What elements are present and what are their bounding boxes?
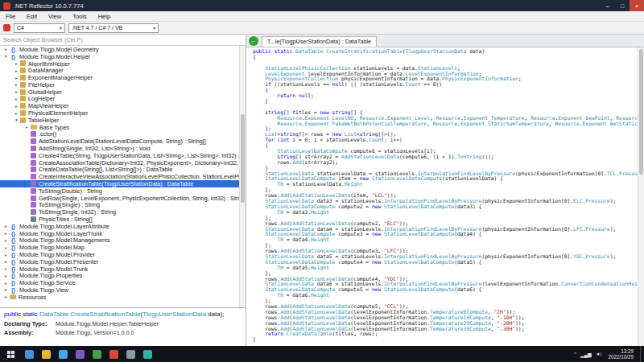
framework-select[interactable]: .NET 4.7 / C# 7 / VB ▾ bbox=[68, 23, 159, 33]
tree-item[interactable]: Create4Table(String, TlogpUserStationDat… bbox=[0, 152, 239, 159]
menu-file[interactable]: File bbox=[0, 13, 21, 20]
taskbar-app-2-icon[interactable] bbox=[42, 350, 51, 359]
expander-icon[interactable]: ▾ bbox=[2, 54, 10, 59]
close-button[interactable]: × bbox=[630, 0, 644, 11]
back-button[interactable]: ← bbox=[249, 36, 258, 46]
tree-item[interactable]: ▸{}Module.Tlogp.Model.LayerTrunk bbox=[0, 230, 239, 237]
tree-item[interactable]: ▸{}Module.Tlogp.Model.Trunk bbox=[0, 265, 239, 273]
expander-icon[interactable]: ▸ bbox=[2, 281, 10, 286]
tree-item[interactable]: ▸DataManager bbox=[0, 67, 239, 74]
expander-icon[interactable]: ▸ bbox=[13, 104, 20, 109]
tree-item[interactable]: ToString(Double) : String bbox=[0, 187, 239, 195]
search-input[interactable] bbox=[0, 35, 246, 45]
expander-icon[interactable]: ▸ bbox=[2, 224, 10, 228]
tree-item-label: ToString(Single, Int32) : String bbox=[39, 208, 116, 216]
taskbar-app-8-icon[interactable] bbox=[143, 350, 152, 359]
tree-item[interactable]: ▸ExponentManagerHelper bbox=[0, 74, 239, 81]
expander-icon[interactable]: ▸ bbox=[23, 125, 31, 130]
tree-item[interactable]: ▾{}Module.Tlogp.Model.Helper bbox=[0, 53, 239, 60]
tree-item[interactable]: ▾TableHelper bbox=[0, 117, 239, 124]
expander-icon[interactable]: ▸ bbox=[13, 61, 20, 66]
taskbar-app-7-icon[interactable] bbox=[126, 350, 135, 359]
screen: .NET Reflector 10.0.7.774 – □ × FileEdit… bbox=[0, 0, 644, 362]
volume-icon[interactable]: ◄) bbox=[596, 352, 602, 356]
tree-item[interactable]: ▸{}Module.Tlogp.View bbox=[0, 286, 239, 294]
tree-item[interactable]: AddString(Single, Int32, List<String>) :… bbox=[0, 145, 239, 152]
taskbar-app-3-icon[interactable] bbox=[59, 350, 68, 359]
tree-item[interactable]: ▸FileHelper bbox=[0, 81, 239, 88]
expander-icon[interactable]: ▸ bbox=[2, 245, 10, 250]
expander-icon[interactable]: ▸ bbox=[2, 238, 10, 243]
expander-icon[interactable]: ▸ bbox=[13, 97, 20, 101]
taskbar-app-4-icon[interactable] bbox=[76, 350, 85, 359]
tree-item[interactable]: CreateInteractiveViewAssociation(Station… bbox=[0, 173, 239, 180]
start-button[interactable] bbox=[0, 346, 21, 362]
tree-item[interactable]: ▸MapViewHelper bbox=[0, 102, 239, 109]
expander-icon[interactable]: ▸ bbox=[2, 253, 10, 257]
object-browser-tree[interactable]: ▸{}Module.Tlogp.Model.Geometry▾{}Module.… bbox=[0, 46, 239, 307]
tree-item[interactable]: ▸{}Module.Tlogp.Model.Geometry bbox=[0, 46, 239, 53]
tree-item[interactable]: ▸{}Module.Tlogp.Model.LayerAttribute bbox=[0, 223, 239, 230]
expander-icon[interactable]: ▾ bbox=[13, 117, 20, 122]
tree-item[interactable]: CreateStratificationTable(TlogpUserStati… bbox=[0, 180, 239, 187]
method-icon bbox=[31, 167, 36, 172]
tree-item[interactable]: ▸LogHelper bbox=[0, 96, 239, 103]
back-arrow-icon: ← bbox=[251, 38, 257, 43]
tree-item[interactable]: ToString(Single, Int32) : String bbox=[0, 208, 239, 216]
expander-icon[interactable]: ▸ bbox=[13, 76, 20, 80]
tree-item[interactable]: CreateAssociationTable(Dictionary<Int32,… bbox=[0, 159, 239, 167]
tree-item[interactable]: ▸PhysicalElementHelper bbox=[0, 109, 239, 117]
tray-chevron-icon[interactable]: ^ bbox=[574, 352, 576, 356]
expander-icon[interactable]: ▸ bbox=[13, 111, 20, 116]
menu-edit[interactable]: Edit bbox=[21, 13, 43, 20]
code-line: rows.Add(strArray2); bbox=[253, 160, 638, 166]
tree-item[interactable]: ▸Resources bbox=[0, 294, 239, 301]
code-scrollbar-thumb[interactable] bbox=[639, 49, 643, 175]
taskbar-clock[interactable]: 13:29 2022/10/29 bbox=[605, 348, 636, 360]
menu-view[interactable]: View bbox=[43, 13, 67, 20]
network-icon[interactable]: ▂▄▆ bbox=[580, 352, 591, 357]
expander-icon[interactable]: ▸ bbox=[13, 82, 20, 87]
menu-tools[interactable]: Tools bbox=[67, 13, 93, 20]
taskbar-app-6-icon[interactable] bbox=[109, 350, 118, 359]
tree-item[interactable]: ▸{}Module.Tlogp.Model.Provider bbox=[0, 251, 239, 258]
taskbar-app-5-icon[interactable] bbox=[93, 350, 101, 359]
expander-icon[interactable]: ▸ bbox=[2, 266, 10, 271]
tree-item[interactable]: ▸{}Module.Tlogp.Model.Managements bbox=[0, 237, 239, 245]
expander-icon[interactable]: ▸ bbox=[2, 274, 10, 278]
code-view[interactable]: public static DataTable CreateStratifica… bbox=[246, 47, 638, 346]
code-line: TH = data4.Height bbox=[253, 237, 638, 243]
expander-icon[interactable]: ▸ bbox=[13, 89, 20, 94]
tree-item[interactable]: .cctor() bbox=[0, 131, 239, 138]
maximize-button[interactable]: □ bbox=[615, 0, 630, 11]
class-icon bbox=[20, 110, 26, 116]
tree-item[interactable]: ▸AlgorithmHelper bbox=[0, 60, 239, 68]
tree-item[interactable]: ▸{}Module.Tlogp.Properties bbox=[0, 273, 239, 280]
language-select[interactable]: C# ▾ bbox=[14, 23, 65, 33]
tree-item[interactable]: ToString(Single) : String bbox=[0, 202, 239, 209]
tree-item[interactable]: AddStationLevelData(StationLevelDataComp… bbox=[0, 138, 239, 145]
tree-item[interactable]: ▸GlobalHelper bbox=[0, 88, 239, 96]
taskbar-app-1-icon[interactable] bbox=[25, 350, 34, 359]
expander-icon[interactable]: ▸ bbox=[2, 287, 10, 292]
expander-icon[interactable]: ▸ bbox=[13, 68, 20, 73]
tree-item[interactable]: PhysicTitles : String[] bbox=[0, 216, 239, 223]
expander-icon[interactable]: ▸ bbox=[2, 294, 10, 299]
expander-icon[interactable]: ▸ bbox=[2, 231, 10, 236]
tree-scrollbar[interactable] bbox=[239, 46, 246, 307]
tab-disassembly[interactable]: T...le(TlogpUserStationData) : DataTable bbox=[262, 36, 377, 47]
expander-icon[interactable]: ▸ bbox=[2, 259, 10, 264]
tree-item[interactable]: ▸{}Module.Tlogp.Model.Map bbox=[0, 244, 239, 251]
tree-item[interactable]: ▸Base Types bbox=[0, 124, 239, 131]
tree-scrollbar-thumb[interactable] bbox=[241, 114, 245, 204]
tree-item[interactable]: ▸{}Module.Tlogp.Service bbox=[0, 279, 239, 286]
minimize-button[interactable]: – bbox=[601, 0, 615, 11]
tree-item[interactable]: ▸{}Module.Tlogp.Model.Presenter bbox=[0, 258, 239, 265]
expander-icon[interactable]: ▸ bbox=[2, 47, 10, 51]
code-line: StationLevelDataCompute item = new Stati… bbox=[253, 176, 638, 182]
menu-help[interactable]: Help bbox=[93, 13, 116, 20]
tree-item[interactable]: CreateDataTable(String[], List<String[]>… bbox=[0, 167, 239, 174]
code-scrollbar[interactable] bbox=[638, 47, 644, 346]
show-desktop-button[interactable] bbox=[640, 346, 642, 362]
tree-item[interactable]: GetRow(Single, LevelExponent, PhysicExpo… bbox=[0, 195, 239, 202]
